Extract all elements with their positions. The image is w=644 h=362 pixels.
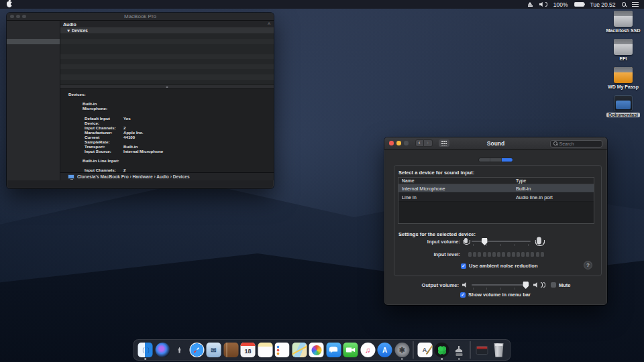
collapse-chevron-icon[interactable]: ^ — [268, 21, 270, 28]
sidebar-item[interactable] — [7, 50, 60, 55]
sidebar-item[interactable] — [7, 44, 60, 50]
dock-reminders[interactable] — [274, 342, 290, 358]
sidebar-item[interactable] — [7, 88, 60, 93]
dock-notes[interactable] — [257, 342, 273, 358]
sound-preferences-window: ‹ › Sound Select a device for sound inpu… — [384, 137, 607, 305]
sidebar-item[interactable] — [7, 158, 60, 164]
detail-value: Yes — [123, 116, 131, 125]
sidebar-item[interactable] — [7, 34, 60, 39]
pane-splitter-handle[interactable] — [60, 84, 274, 88]
dock-trash[interactable] — [491, 342, 507, 358]
detail-key: Built-in Line Input: — [83, 158, 121, 163]
sidebar-item[interactable] — [7, 115, 60, 121]
desktop-icon-efi[interactable]: EFI — [604, 39, 643, 61]
battery-icon[interactable] — [574, 2, 584, 7]
sidebar-item[interactable] — [7, 131, 60, 137]
show-volume-checkbox[interactable]: ✓ — [460, 292, 466, 298]
sound-titlebar[interactable]: ‹ › Sound — [384, 137, 607, 149]
dock-contacts[interactable] — [223, 342, 239, 358]
dock-minimized-window[interactable] — [474, 342, 490, 358]
eject-icon[interactable] — [527, 2, 533, 7]
level-segment — [531, 252, 534, 257]
sidebar-item[interactable] — [7, 28, 60, 34]
dock-photos[interactable] — [309, 342, 325, 358]
dock-launchpad[interactable] — [172, 342, 188, 358]
sidebar-item[interactable] — [7, 77, 60, 82]
sidebar-item[interactable] — [7, 82, 60, 88]
column-type[interactable]: Type — [516, 178, 594, 184]
sidebar-item[interactable] — [7, 110, 60, 115]
forward-button[interactable]: › — [424, 139, 433, 147]
sidebar-item[interactable] — [7, 147, 60, 153]
dock-clover-app[interactable] — [434, 342, 450, 358]
search-field[interactable] — [550, 140, 602, 147]
apple-menu-icon[interactable] — [7, 1, 12, 7]
sidebar-item[interactable] — [7, 170, 60, 175]
dock-facetime[interactable] — [343, 342, 359, 358]
devices-tree-header[interactable]: ▼ Devices — [60, 28, 274, 34]
device-row[interactable]: Internal Microphone Built-in — [398, 184, 594, 193]
tab-output[interactable] — [490, 158, 502, 162]
zoom-button[interactable] — [404, 141, 409, 145]
sidebar-item[interactable] — [7, 137, 60, 142]
desktop-icon-label: EFI — [618, 56, 629, 61]
sidebar-item[interactable] — [7, 99, 60, 104]
notification-center-icon[interactable] — [632, 2, 639, 7]
close-button[interactable] — [389, 141, 394, 145]
sidebar-item[interactable] — [7, 72, 60, 77]
device-tree-row[interactable] — [60, 34, 274, 40]
ambient-noise-checkbox[interactable]: ✓ — [461, 263, 466, 269]
dock-siri[interactable] — [154, 342, 170, 358]
sidebar-item[interactable] — [7, 121, 60, 126]
sidebar-item[interactable] — [7, 153, 60, 158]
back-button[interactable]: ‹ — [415, 139, 424, 147]
show-all-button[interactable] — [439, 139, 449, 147]
help-button[interactable]: ? — [584, 261, 592, 269]
sidebar-item[interactable] — [7, 142, 60, 147]
device-tree-row[interactable] — [60, 39, 274, 44]
minimize-button[interactable] — [396, 141, 401, 145]
dock-itunes[interactable]: ♫ — [360, 342, 376, 358]
dock-appstore[interactable]: A — [377, 342, 393, 358]
mute-checkbox[interactable] — [551, 282, 556, 288]
column-name[interactable]: Name — [398, 178, 516, 184]
dock-textedit[interactable]: A — [417, 342, 433, 358]
sidebar-item[interactable] — [7, 104, 60, 109]
dock-system-preferences[interactable]: ✱ — [394, 342, 410, 358]
sidebar-item[interactable] — [7, 164, 60, 169]
input-volume-slider[interactable] — [472, 237, 531, 245]
device-tree-row[interactable] — [60, 44, 274, 50]
tab-input[interactable] — [502, 158, 513, 162]
tab-sound-effects[interactable] — [479, 158, 490, 162]
sidebar-item[interactable] — [7, 23, 60, 28]
desktop-icon-wd-my-passp[interactable]: WD My Passp — [604, 67, 643, 89]
sidebar-item[interactable] — [7, 126, 60, 131]
sidebar-item[interactable] — [7, 175, 60, 180]
dock-maps[interactable] — [291, 342, 307, 358]
sidebar-item[interactable] — [7, 56, 60, 61]
output-volume-slider[interactable] — [472, 281, 529, 289]
sidebar-item[interactable] — [7, 39, 60, 44]
desktop-icons: Macintosh SSD EFI WD My Passp Dokumentas… — [604, 11, 643, 117]
dock-finder[interactable] — [138, 342, 154, 358]
spotlight-search-icon[interactable] — [622, 2, 627, 7]
sidebar-item[interactable] — [7, 66, 60, 72]
menu-bar-clock[interactable]: Tue 20.52 — [590, 1, 616, 8]
sidebar-item[interactable] — [7, 61, 60, 66]
breadcrumb-path[interactable]: Clonesia's MacBook Pro › Hardware › Audi… — [77, 174, 190, 179]
detail-key: Transport: — [85, 144, 123, 149]
sidebar-item[interactable] — [7, 93, 60, 99]
device-row[interactable]: Line In Audio line-in port — [398, 193, 594, 202]
dock-mail[interactable]: ✉ — [206, 342, 222, 358]
desktop-icon-dokumentasi[interactable]: Dokumentasi — [604, 95, 643, 117]
desktop-icon-macintosh-ssd[interactable]: Macintosh SSD — [604, 11, 643, 33]
dock-messages[interactable] — [325, 342, 341, 358]
dock-safari[interactable] — [189, 342, 205, 358]
detail-line: Manufacturer: Apple Inc. — [85, 130, 271, 135]
dock-calendar[interactable]: 18 — [240, 342, 256, 358]
system-information-titlebar[interactable]: MacBook Pro — [7, 13, 274, 21]
volume-menu-icon[interactable] — [539, 2, 547, 7]
app-icon — [326, 343, 341, 357]
search-input[interactable] — [559, 141, 598, 146]
dock-archive-utility[interactable] — [451, 342, 467, 358]
